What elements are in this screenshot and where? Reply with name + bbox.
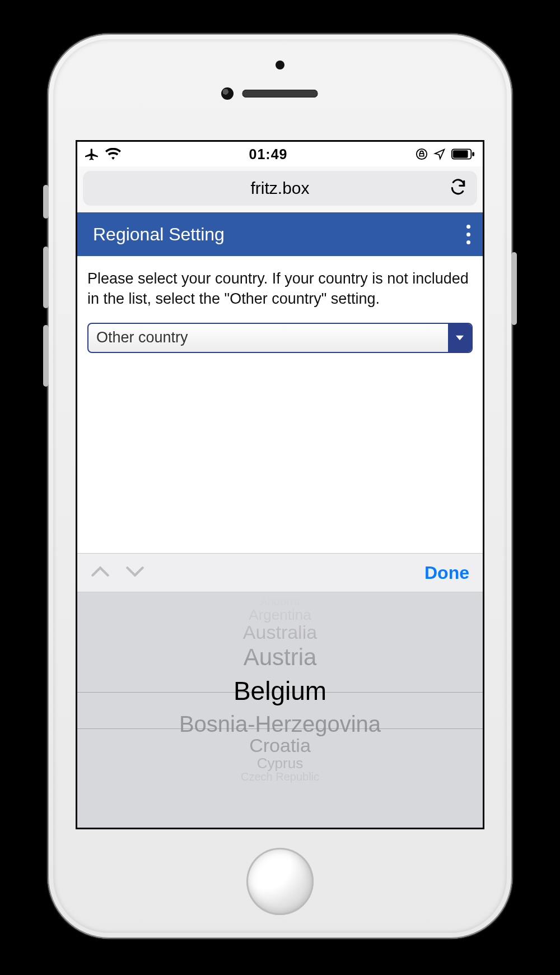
address-text: fritz.box	[250, 179, 309, 198]
instruction-text: Please select your country. If your coun…	[87, 268, 473, 309]
earpiece	[242, 90, 318, 97]
reload-icon[interactable]	[449, 178, 467, 198]
picker-item[interactable]: Andorra	[77, 596, 483, 607]
picker-item[interactable]: Australia	[77, 623, 483, 643]
status-time: 01:49	[249, 146, 288, 162]
picker-item[interactable]: Argentina	[77, 607, 483, 623]
wifi-icon	[105, 148, 121, 160]
volume-down	[43, 325, 49, 387]
status-bar: 01:49	[77, 142, 483, 166]
app-header: Regional Setting	[77, 212, 483, 256]
content-area: Please select your country. If your coun…	[77, 256, 483, 365]
phone-frame: 01:49 fritz.box	[48, 34, 512, 939]
page-title: Regional Setting	[93, 224, 225, 245]
proximity-sensor	[276, 61, 284, 69]
more-menu-icon[interactable]	[466, 225, 470, 244]
svg-rect-3	[472, 152, 474, 156]
volume-up	[43, 247, 49, 308]
country-picker[interactable]: Andorra Argentina Australia Austria Belg…	[77, 592, 483, 828]
svg-rect-2	[453, 150, 468, 157]
screen: 01:49 fritz.box	[76, 140, 484, 829]
picker-wheel[interactable]: Andorra Argentina Australia Austria Belg…	[77, 592, 483, 828]
picker-item[interactable]: Croatia	[77, 736, 483, 756]
next-field-icon[interactable]	[125, 565, 144, 581]
location-icon	[433, 148, 446, 160]
dropdown-arrow-icon	[448, 324, 472, 352]
home-button[interactable]	[246, 848, 314, 915]
front-camera	[221, 87, 234, 100]
power-button	[511, 252, 517, 325]
airplane-mode-icon	[85, 147, 100, 161]
done-button[interactable]: Done	[424, 563, 469, 583]
country-select-value: Other country	[88, 329, 188, 346]
picker-toolbar: Done	[77, 553, 483, 592]
picker-item[interactable]: Austria	[77, 645, 483, 670]
picker-item-selected[interactable]: Belgium	[77, 677, 483, 704]
orientation-lock-icon	[416, 148, 428, 160]
picker-item[interactable]: Cyprus	[77, 756, 483, 771]
address-bar[interactable]: fritz.box	[83, 171, 477, 206]
picker-item[interactable]: Czech Republic	[77, 771, 483, 783]
battery-icon	[451, 148, 475, 160]
picker-item[interactable]: Bosnia-Herzegovina	[77, 712, 483, 736]
country-select[interactable]: Other country	[87, 323, 473, 353]
prev-field-icon[interactable]	[91, 565, 110, 581]
browser-chrome: fritz.box	[77, 166, 483, 212]
mute-switch	[43, 185, 49, 219]
